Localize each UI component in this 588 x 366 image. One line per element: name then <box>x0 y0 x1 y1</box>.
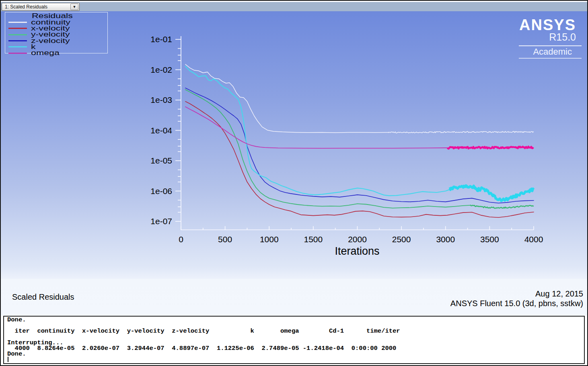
svg-text:1e-01: 1e-01 <box>150 35 172 44</box>
console-output[interactable]: Done. iter continuity x-velocity y-veloc… <box>7 317 584 357</box>
svg-text:2000: 2000 <box>348 235 367 244</box>
series-z-velocity <box>185 88 534 203</box>
svg-text:1e-02: 1e-02 <box>150 65 172 74</box>
svg-text:2500: 2500 <box>392 235 411 244</box>
legend-label: y-velocity <box>31 32 70 37</box>
legend-label: continuity <box>31 20 70 25</box>
plot-date: Aug 12, 2015 <box>450 289 583 299</box>
ansys-release-text: R15.0 <box>519 32 582 42</box>
axis-labels: 1e-011e-021e-031e-041e-051e-061e-0705001… <box>150 35 543 257</box>
svg-text:4000: 4000 <box>524 235 543 244</box>
legend-line-sample <box>8 22 27 23</box>
series-x-velocity <box>185 102 534 218</box>
legend-label: omega <box>31 51 60 56</box>
svg-text:1e-05: 1e-05 <box>150 156 172 165</box>
legend-line-sample <box>8 28 27 29</box>
text-cursor <box>8 357 8 362</box>
ansys-edition-text: Academic <box>519 47 582 59</box>
plot-solver-info: ANSYS Fluent 15.0 (3d, pbns, sstkw) <box>450 299 583 309</box>
series-k-noisy <box>449 186 534 201</box>
legend-line-sample <box>8 34 27 35</box>
window-selector-bar: 1: Scaled Residuals ▼ <box>1 1 587 11</box>
series-y-velocity-noisy <box>470 205 534 208</box>
series-omega-noisy <box>447 147 533 149</box>
console-panel[interactable]: Done. iter continuity x-velocity y-veloc… <box>3 316 585 364</box>
svg-text:1e-06: 1e-06 <box>150 186 172 196</box>
chevron-down-icon: ▼ <box>73 5 76 9</box>
plot-stamp: Aug 12, 2015 ANSYS Fluent 15.0 (3d, pbns… <box>450 289 583 308</box>
svg-text:1e-03: 1e-03 <box>150 95 172 104</box>
plot-title: Scaled Residuals <box>12 292 74 302</box>
legend-label: z-velocity <box>31 38 70 43</box>
graphics-window-dropdown[interactable]: 1: Scaled Residuals ▼ <box>2 3 80 11</box>
svg-text:1000: 1000 <box>260 235 279 244</box>
legend-title: Residuals <box>32 13 124 19</box>
series-k <box>185 66 449 196</box>
ansys-brand-text: ANSYS <box>519 18 582 32</box>
legend-box: Residuals continuityx-velocityy-velocity… <box>5 12 108 53</box>
legend-line-sample <box>8 46 27 47</box>
dropdown-arrow-button[interactable]: ▼ <box>70 4 78 10</box>
legend-entry: omega <box>8 50 107 56</box>
legend-line-sample <box>8 40 27 41</box>
graphics-canvas: 1e-011e-021e-031e-041e-051e-061e-0705001… <box>1 11 587 315</box>
svg-text:1e-07: 1e-07 <box>150 217 172 226</box>
series-continuity-noisy <box>388 131 533 133</box>
svg-text:500: 500 <box>218 235 232 244</box>
svg-text:0: 0 <box>179 235 183 244</box>
svg-text:Iterations: Iterations <box>335 245 379 257</box>
dropdown-selected-value: 1: Scaled Residuals <box>5 4 70 10</box>
logo-divider <box>519 45 582 46</box>
svg-text:1500: 1500 <box>304 235 323 244</box>
legend-line-sample <box>8 53 27 54</box>
svg-text:1e-04: 1e-04 <box>150 126 172 135</box>
fluent-graphics-window: 1: Scaled Residuals ▼ 1e-011e-021e-031e-… <box>0 0 588 366</box>
legend-entry: z-velocity <box>8 38 107 44</box>
svg-text:3000: 3000 <box>436 235 455 244</box>
axes <box>175 36 534 230</box>
ansys-logo: ANSYS R15.0 Academic <box>519 18 582 59</box>
series-y-velocity <box>185 90 470 208</box>
series-continuity <box>185 64 388 133</box>
legend-entries: continuityx-velocityy-velocityz-velocity… <box>8 19 107 56</box>
svg-text:3500: 3500 <box>480 235 499 244</box>
series-omega <box>185 107 447 148</box>
residuals-plot: 1e-011e-021e-031e-041e-051e-061e-0705001… <box>1 11 588 315</box>
